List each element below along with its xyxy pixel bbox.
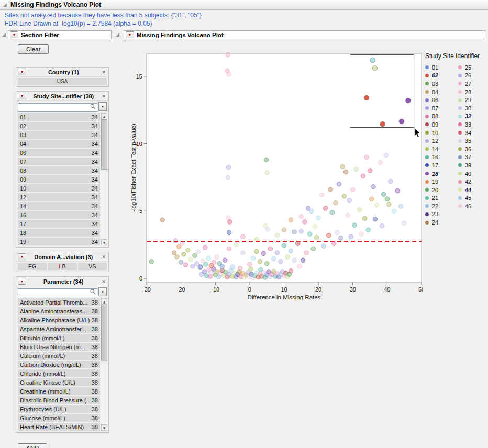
- legend-item[interactable]: 14: [425, 145, 454, 153]
- filter-level-parameter[interactable]: Bilirubin (mmol/L)38: [18, 334, 100, 342]
- scatter-point[interactable]: [227, 247, 231, 251]
- scatter-point[interactable]: [265, 227, 270, 232]
- legend-item[interactable]: 35: [458, 137, 487, 145]
- scatter-point[interactable]: [259, 267, 263, 272]
- scatter-point[interactable]: [223, 258, 227, 263]
- filter-level-site[interactable]: 0434: [18, 140, 100, 148]
- scatter-point[interactable]: [193, 253, 197, 258]
- legend-item[interactable]: 18: [425, 170, 454, 178]
- scatter-point[interactable]: [371, 185, 376, 189]
- legend-item[interactable]: 03: [425, 80, 454, 88]
- scatter-point[interactable]: [182, 252, 186, 256]
- scatter-point[interactable]: [316, 216, 321, 220]
- scatter-point[interactable]: [354, 167, 359, 172]
- scatter-point[interactable]: [382, 192, 386, 197]
- scatter-point-selected[interactable]: [364, 95, 369, 100]
- scatter-point[interactable]: [188, 257, 193, 262]
- scatter-point[interactable]: [282, 243, 286, 248]
- scrollbar[interactable]: ▲ ▼: [101, 113, 107, 245]
- scatter-point[interactable]: [340, 164, 345, 169]
- scatter-point[interactable]: [343, 170, 348, 174]
- scatter-point[interactable]: [160, 218, 165, 222]
- scatter-point[interactable]: [299, 229, 304, 234]
- scatter-point[interactable]: [339, 236, 343, 241]
- scatter-point[interactable]: [402, 221, 407, 226]
- scatter-point[interactable]: [234, 242, 238, 247]
- legend-item[interactable]: 28: [458, 88, 487, 96]
- scatter-point[interactable]: [384, 153, 389, 158]
- scatter-point[interactable]: [275, 233, 280, 238]
- scatter-point[interactable]: [215, 255, 219, 260]
- scatter-point[interactable]: [349, 234, 353, 239]
- scatter-point[interactable]: [334, 201, 338, 206]
- scatter-point[interactable]: [285, 255, 290, 260]
- scatter-point[interactable]: [347, 198, 352, 203]
- legend-item[interactable]: 44: [458, 186, 487, 194]
- scatter-point[interactable]: [309, 209, 314, 214]
- legend-item[interactable]: 09: [425, 120, 454, 129]
- scatter-point[interactable]: [297, 264, 302, 269]
- legend-item[interactable]: 22: [425, 202, 454, 210]
- filter-level-site[interactable]: 0834: [18, 166, 100, 174]
- parameter-search-dropdown-button[interactable]: ▼: [98, 287, 107, 296]
- legend-item[interactable]: 36: [458, 145, 487, 153]
- scatter-point[interactable]: [337, 182, 341, 187]
- scroll-down-button[interactable]: ▼: [101, 424, 107, 431]
- scatter-point[interactable]: [358, 207, 362, 212]
- filter-level-domain[interactable]: EG: [18, 263, 47, 270]
- legend-item[interactable]: 06: [425, 96, 454, 104]
- filter-level-site[interactable]: 1634: [18, 211, 100, 219]
- scatter-point[interactable]: [198, 265, 203, 270]
- scatter-point[interactable]: [315, 235, 319, 240]
- legend-item[interactable]: 32: [458, 113, 487, 121]
- legend-item[interactable]: 21: [425, 194, 454, 203]
- legend-item[interactable]: 29: [458, 96, 487, 104]
- filter-level-site[interactable]: 1434: [18, 202, 100, 210]
- scatter-point[interactable]: [258, 260, 262, 264]
- legend-item[interactable]: 37: [458, 153, 487, 162]
- close-icon[interactable]: ✕: [101, 94, 107, 99]
- scroll-up-button[interactable]: ▲: [101, 298, 107, 305]
- scrollbar-thumb[interactable]: [101, 305, 107, 361]
- scatter-point[interactable]: [264, 261, 269, 266]
- scatter-point[interactable]: [292, 230, 297, 234]
- legend-item[interactable]: 08: [425, 113, 454, 121]
- red-triangle-menu-icon[interactable]: ▼: [18, 278, 26, 285]
- filter-level-parameter[interactable]: Activated Partial Thromb...38: [18, 298, 100, 306]
- site-search-dropdown-button[interactable]: ▼: [98, 102, 107, 111]
- scatter-point[interactable]: [251, 256, 256, 261]
- scatter-point[interactable]: [323, 206, 328, 211]
- scatter-point[interactable]: [304, 251, 309, 255]
- scatter-point[interactable]: [289, 218, 293, 222]
- scatter-point[interactable]: [368, 169, 372, 173]
- scatter-point[interactable]: [272, 256, 276, 261]
- scatter-point[interactable]: [342, 194, 347, 199]
- legend-item[interactable]: 19: [425, 177, 454, 186]
- scatter-point-selected[interactable]: [380, 121, 385, 127]
- filter-level-parameter[interactable]: Chloride (mmol/L)38: [18, 369, 100, 377]
- filter-level-site[interactable]: 1734: [18, 220, 100, 228]
- scatter-point[interactable]: [389, 179, 393, 184]
- filter-level-site[interactable]: 0334: [18, 131, 100, 139]
- scatter-point[interactable]: [173, 239, 178, 243]
- legend-item[interactable]: 02: [425, 72, 454, 80]
- parameter-search-input[interactable]: [18, 288, 97, 297]
- scatter-point[interactable]: [241, 251, 246, 255]
- legend-item[interactable]: 16: [425, 153, 454, 162]
- scatter-point[interactable]: [230, 265, 235, 270]
- disclosure-triangle-icon[interactable]: ◢: [2, 3, 8, 7]
- legend-item[interactable]: 17: [425, 161, 454, 170]
- red-triangle-menu-icon[interactable]: ▼: [18, 69, 26, 75]
- scatter-point[interactable]: [238, 266, 242, 271]
- close-icon[interactable]: ✕: [101, 254, 107, 260]
- scatter-point-selected[interactable]: [372, 66, 378, 71]
- scatter-point[interactable]: [227, 165, 231, 170]
- scatter-point[interactable]: [292, 258, 297, 263]
- scrollbar-track[interactable]: [101, 119, 107, 239]
- scatter-point[interactable]: [380, 223, 384, 228]
- scatter-point[interactable]: [370, 197, 374, 201]
- scatter-point[interactable]: [289, 249, 293, 253]
- legend-item[interactable]: 34: [458, 129, 487, 137]
- scatter-point[interactable]: [386, 202, 391, 207]
- filter-level-site[interactable]: 0734: [18, 158, 100, 165]
